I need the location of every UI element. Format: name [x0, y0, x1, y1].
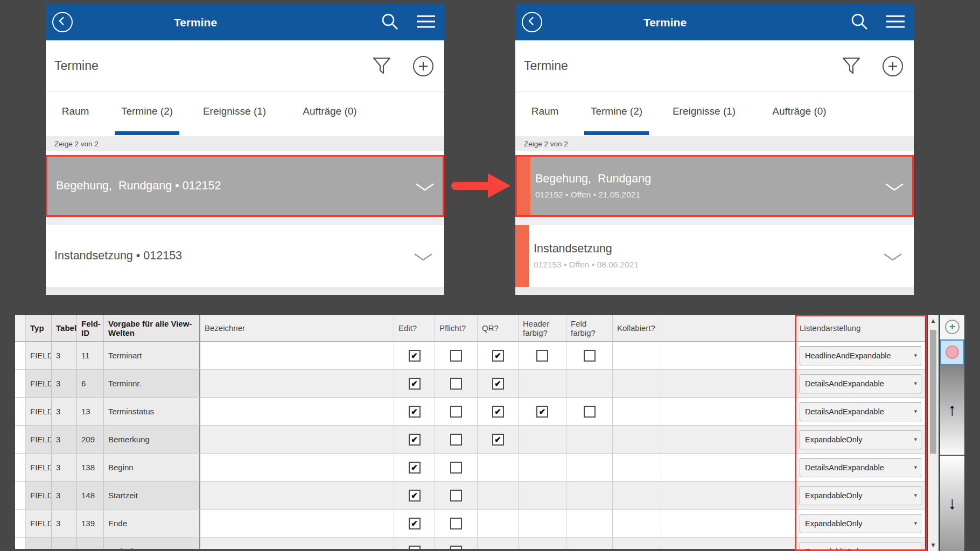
- feld-farbig-checkbox[interactable]: [584, 350, 596, 362]
- search-button[interactable]: [380, 4, 400, 40]
- filter-icon: [372, 55, 392, 77]
- listendarstellung-select[interactable]: HeadlineAndExpandable▾: [800, 346, 921, 365]
- tab-termine[interactable]: Termine (2): [584, 91, 649, 131]
- menu-button[interactable]: [886, 4, 905, 40]
- edit-checkbox[interactable]: ✔: [409, 434, 421, 446]
- header-typ: Typ: [26, 315, 52, 342]
- row-selector[interactable]: [15, 370, 26, 398]
- chevron-down-icon[interactable]: [885, 183, 904, 194]
- move-up-button[interactable]: ↑: [940, 365, 964, 456]
- dropdown-arrow-icon: ▾: [914, 408, 917, 415]
- table-bottom-edge: [15, 549, 795, 551]
- table-row[interactable]: FIELD 3 13 Terminstatus ✔ ✔ ✔ DetailsAnd…: [15, 398, 925, 426]
- tab-ereignisse[interactable]: Ereignisse (1): [198, 91, 271, 131]
- listendarstellung-select[interactable]: ExpandableOnly▾: [800, 514, 921, 533]
- edit-checkbox[interactable]: ✔: [409, 406, 421, 418]
- tab-auftraege[interactable]: Aufträge (0): [291, 91, 369, 131]
- edit-checkbox[interactable]: ✔: [409, 378, 421, 390]
- cell-bezeichner[interactable]: [200, 370, 394, 398]
- tab-termine[interactable]: Termine (2): [115, 91, 179, 131]
- table-row[interactable]: FIELD 3 209 Bemerkung ✔ ✔ ExpandableOnly…: [15, 426, 925, 454]
- move-down-button[interactable]: ↓: [940, 456, 964, 551]
- cell-tabelle: 3: [52, 482, 77, 510]
- cell-bezeichner[interactable]: [200, 454, 394, 482]
- feld-farbig-checkbox[interactable]: [584, 406, 596, 418]
- qr-checkbox[interactable]: ✔: [492, 434, 504, 446]
- pflicht-checkbox[interactable]: [450, 378, 462, 390]
- listendarstellung-select[interactable]: ExpandableOnly▾: [800, 542, 921, 551]
- filter-button[interactable]: [372, 40, 392, 91]
- vertical-scrollbar[interactable]: ▲ ▼: [928, 315, 939, 551]
- tab-ereignisse[interactable]: Ereignisse (1): [668, 91, 740, 131]
- list-item-begehung[interactable]: Begehung, Rundgang 012152 • Offen • 21.0…: [515, 155, 914, 217]
- tab-raum[interactable]: Raum: [526, 91, 564, 131]
- header-farbig-checkbox[interactable]: ✔: [536, 406, 548, 418]
- edit-checkbox[interactable]: ✔: [409, 490, 421, 501]
- pflicht-checkbox[interactable]: [450, 434, 462, 446]
- list-item-instandsetzung[interactable]: Instandsetzung 012153 • Offen • 08.06.20…: [515, 225, 914, 287]
- select-value: DetailsAndExpandable: [805, 463, 884, 472]
- chevron-down-icon[interactable]: [415, 183, 435, 194]
- edit-checkbox[interactable]: ✔: [409, 350, 421, 362]
- cell-vorgabe: Bemerkung: [104, 426, 200, 454]
- row-selector[interactable]: [15, 398, 26, 426]
- qr-checkbox[interactable]: ✔: [492, 378, 504, 390]
- record-button[interactable]: [940, 340, 964, 365]
- edit-checkbox[interactable]: ✔: [409, 462, 421, 474]
- row-selector[interactable]: [15, 510, 26, 538]
- chevron-down-icon[interactable]: [414, 253, 433, 264]
- listendarstellung-select[interactable]: DetailsAndExpandable▾: [800, 458, 921, 477]
- pflicht-checkbox[interactable]: [450, 462, 462, 474]
- scroll-down-button[interactable]: ▼: [928, 539, 939, 551]
- cell-bezeichner[interactable]: [200, 482, 394, 510]
- cell-feld-id: 148: [77, 482, 104, 510]
- list-item-title: Begehung, Rundgang • 012152: [56, 157, 221, 215]
- qr-checkbox[interactable]: ✔: [492, 350, 504, 362]
- dropdown-arrow-icon: ▾: [914, 352, 917, 359]
- table-row[interactable]: FIELD 3 138 Beginn ✔ DetailsAndExpandabl…: [15, 454, 925, 482]
- pflicht-checkbox[interactable]: [450, 350, 462, 362]
- tab-auftraege[interactable]: Aufträge (0): [760, 91, 838, 131]
- add-row-button[interactable]: +: [940, 315, 964, 340]
- cell-qr: [478, 482, 519, 510]
- scroll-up-button[interactable]: ▲: [928, 315, 939, 327]
- table-row[interactable]: FIELD 3 11 Terminart ✔ ✔ HeadlineAndExpa…: [15, 342, 925, 370]
- cell-bezeichner[interactable]: [200, 510, 394, 538]
- add-button[interactable]: [883, 40, 903, 91]
- listendarstellung-select[interactable]: ExpandableOnly▾: [800, 486, 921, 505]
- row-selector[interactable]: [15, 426, 26, 454]
- config-table: Typ Tabelle Feld-ID Vorgabe für alle Vie…: [15, 315, 925, 551]
- listendarstellung-select[interactable]: ExpandableOnly▾: [800, 430, 921, 449]
- red-arrow-body: [451, 182, 490, 190]
- listendarstellung-select[interactable]: DetailsAndExpandable▾: [800, 374, 921, 393]
- table-row[interactable]: FIELD 3 148 Startzeit ✔ ExpandableOnly▾: [15, 482, 925, 510]
- row-selector[interactable]: [15, 482, 26, 510]
- cell-header-farbig: [519, 482, 566, 510]
- list-item-instandsetzung[interactable]: Instandsetzung • 012153: [46, 225, 444, 287]
- cell-bezeichner[interactable]: [200, 426, 394, 454]
- row-selector[interactable]: [15, 454, 26, 482]
- header-kollabiert: Kollabiert?: [613, 315, 661, 342]
- chevron-down-icon[interactable]: [883, 253, 902, 264]
- edit-checkbox[interactable]: ✔: [409, 518, 421, 529]
- scrollbar-thumb[interactable]: [930, 330, 936, 454]
- filter-button[interactable]: [841, 40, 862, 91]
- tab-raum[interactable]: Raum: [57, 91, 94, 131]
- row-selector[interactable]: [15, 342, 26, 370]
- header-farbig-checkbox[interactable]: [536, 350, 548, 362]
- qr-checkbox[interactable]: ✔: [492, 406, 504, 418]
- cell-bezeichner[interactable]: [200, 342, 394, 370]
- list-item-begehung[interactable]: Begehung, Rundgang • 012152: [46, 155, 444, 217]
- table-row[interactable]: FIELD 3 6 Terminnr. ✔ ✔ DetailsAndExpand…: [15, 370, 925, 398]
- listendarstellung-select[interactable]: DetailsAndExpandable▾: [800, 402, 921, 421]
- menu-button[interactable]: [416, 4, 436, 40]
- cell-bezeichner[interactable]: [200, 398, 394, 426]
- pflicht-checkbox[interactable]: [450, 490, 462, 501]
- add-button[interactable]: [413, 40, 433, 91]
- pflicht-checkbox[interactable]: [450, 518, 462, 529]
- pflicht-checkbox[interactable]: [450, 406, 462, 418]
- side-toolbar: + ↑ ↓: [940, 315, 964, 551]
- header-pflicht: Pflicht?: [435, 315, 478, 342]
- table-row[interactable]: FIELD 3 139 Ende ✔ ExpandableOnly▾: [15, 510, 925, 538]
- search-button[interactable]: [850, 4, 869, 40]
